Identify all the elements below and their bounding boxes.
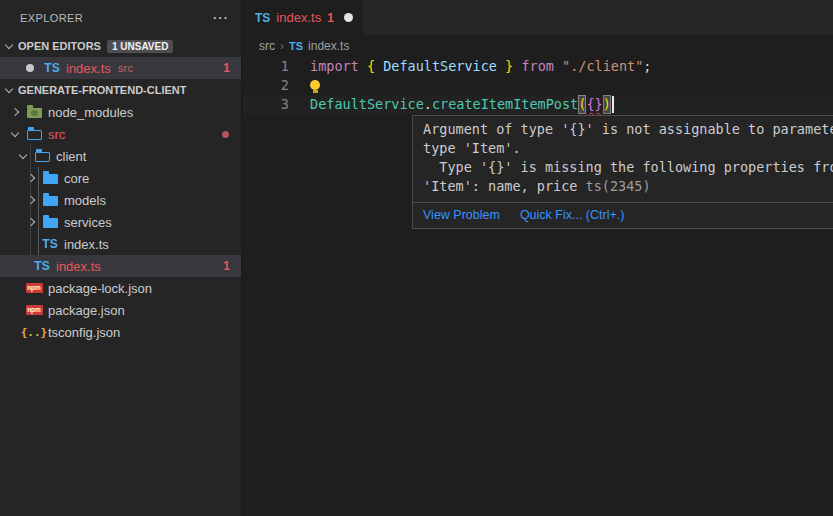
code-token: DefaultService bbox=[375, 57, 505, 76]
tree-item-label: src bbox=[48, 127, 65, 142]
npm-icon: npm bbox=[25, 305, 43, 315]
line-content: import { DefaultService } from "./client… bbox=[289, 57, 651, 76]
tab-index-ts[interactable]: TS index.ts 1 bbox=[243, 0, 363, 35]
hover-message-line: type 'Item'. bbox=[423, 139, 833, 158]
open-editors-label: OPEN EDITORS bbox=[18, 40, 101, 52]
tree-item-label: client bbox=[56, 149, 86, 164]
code-token bbox=[359, 57, 367, 76]
typescript-icon: TS bbox=[255, 11, 270, 25]
hover-message: Argument of type '{}' is not assignable … bbox=[413, 116, 833, 202]
hover-actions: View Problem Quick Fix... (Ctrl+.) bbox=[413, 202, 833, 228]
code-token: } bbox=[505, 57, 513, 76]
line-number: 1 bbox=[243, 57, 289, 76]
typescript-icon: TS bbox=[33, 259, 51, 273]
chevron-right-icon bbox=[27, 174, 35, 182]
tree-item-services[interactable]: services bbox=[0, 211, 241, 233]
code-token: createItemItemPost bbox=[432, 95, 578, 114]
explorer-sidebar: EXPLORER ⋯ OPEN EDITORS 1 UNSAVED TS ind… bbox=[0, 0, 242, 516]
tree-item-label: index.ts bbox=[56, 259, 101, 274]
code-token: ( bbox=[578, 95, 586, 114]
tree-item-models[interactable]: models bbox=[0, 189, 241, 211]
code-token: . bbox=[424, 95, 432, 114]
editor-group: TS index.ts 1 src › TS index.ts 1import … bbox=[243, 0, 833, 516]
code-token: { bbox=[367, 57, 375, 76]
breadcrumb-folder[interactable]: src bbox=[259, 39, 275, 53]
code-token: "./client" bbox=[562, 57, 643, 76]
hover-message-line: 'Item': name, price ts(2345) bbox=[423, 177, 833, 196]
open-editors-header[interactable]: OPEN EDITORS 1 UNSAVED bbox=[0, 35, 241, 57]
view-problem-link[interactable]: View Problem bbox=[423, 208, 500, 222]
folder-open-icon bbox=[25, 128, 43, 140]
tree-item-label: index.ts bbox=[64, 237, 109, 252]
code-token: ) bbox=[603, 95, 611, 114]
code-token: from bbox=[521, 57, 554, 76]
json-braces-icon: {..} bbox=[25, 326, 43, 339]
line-number: 3 bbox=[243, 95, 289, 114]
chevron-right-icon bbox=[27, 218, 35, 226]
tree-item-index-ts[interactable]: TSindex.ts bbox=[0, 233, 241, 255]
breadcrumb-file[interactable]: index.ts bbox=[308, 39, 349, 53]
tree-item-package-json[interactable]: npmpackage.json bbox=[0, 299, 241, 321]
tree-item-label: package.json bbox=[48, 303, 125, 318]
tree-item-tsconfig-json[interactable]: {..}tsconfig.json bbox=[0, 321, 241, 343]
npm-icon: npm bbox=[25, 283, 43, 293]
tree-item-index-ts[interactable]: TSindex.ts1 bbox=[0, 255, 241, 277]
error-squiggle-token: {} bbox=[586, 95, 602, 114]
tab-error-badge: 1 bbox=[327, 11, 334, 25]
chevron-separator-icon: › bbox=[280, 39, 284, 53]
typescript-icon: TS bbox=[41, 237, 59, 251]
problem-dot-icon bbox=[222, 131, 229, 138]
tree-item-label: core bbox=[64, 171, 89, 186]
tree-item-label: tsconfig.json bbox=[48, 325, 120, 340]
tab-bar: TS index.ts 1 bbox=[243, 0, 833, 35]
typescript-icon: TS bbox=[43, 61, 61, 75]
code-token bbox=[554, 57, 562, 76]
tree-item-src[interactable]: src bbox=[0, 123, 241, 145]
code-token: ; bbox=[643, 57, 651, 76]
line-number: 2 bbox=[243, 76, 289, 95]
tree-item-core[interactable]: core bbox=[0, 167, 241, 189]
code-line-3[interactable]: 3DefaultService.createItemItemPost({}) bbox=[243, 95, 833, 114]
dirty-dot-icon[interactable] bbox=[344, 13, 353, 22]
tree-item-label: node_modules bbox=[48, 105, 133, 120]
open-editor-item[interactable]: TS index.ts src 1 bbox=[0, 57, 241, 79]
explorer-title: EXPLORER bbox=[20, 12, 83, 24]
chevron-down-icon bbox=[5, 40, 13, 48]
modified-dot-icon bbox=[26, 64, 34, 72]
lightbulb-icon[interactable] bbox=[310, 80, 320, 90]
vscode-window: { "icons": { "ts": "TS", "npm": "npm", "… bbox=[0, 0, 833, 516]
line-content: DefaultService.createItemItemPost({}) bbox=[289, 95, 614, 114]
code-line-1[interactable]: 1import { DefaultService } from "./clien… bbox=[243, 57, 833, 76]
file-tree: node_modulessrcclientcoremodelsservicesT… bbox=[0, 101, 241, 343]
code-token bbox=[513, 57, 521, 76]
line-content bbox=[289, 76, 320, 95]
folder-icon bbox=[41, 172, 59, 184]
open-editor-file-name: index.ts bbox=[66, 61, 111, 76]
workspace-label: GENERATE-FRONTEND-CLIENT bbox=[18, 84, 186, 96]
more-actions-icon[interactable]: ⋯ bbox=[212, 8, 229, 27]
error-hover-tooltip: Argument of type '{}' is not assignable … bbox=[412, 115, 833, 229]
ts-error-code: ts(2345) bbox=[586, 178, 651, 194]
chevron-right-icon bbox=[27, 196, 35, 204]
text-cursor bbox=[612, 96, 614, 113]
tree-item-label: services bbox=[64, 215, 112, 230]
tree-item-node-modules[interactable]: node_modules bbox=[0, 101, 241, 123]
quick-fix-link[interactable]: Quick Fix... (Ctrl+.) bbox=[520, 208, 625, 222]
tree-item-client[interactable]: client bbox=[0, 145, 241, 167]
typescript-icon: TS bbox=[289, 40, 303, 52]
code-line-2[interactable]: 2 bbox=[243, 76, 833, 95]
code-token: DefaultService bbox=[310, 95, 424, 114]
unsaved-badge: 1 UNSAVED bbox=[107, 40, 174, 53]
hover-message-line: Type '{}' is missing the following prope… bbox=[423, 158, 833, 177]
error-count-badge: 1 bbox=[223, 61, 230, 75]
workspace-header[interactable]: GENERATE-FRONTEND-CLIENT bbox=[0, 79, 241, 101]
tab-label: index.ts bbox=[276, 10, 321, 25]
chevron-down-icon bbox=[5, 84, 13, 92]
tree-item-package-lock-json[interactable]: npmpackage-lock.json bbox=[0, 277, 241, 299]
chevron-down-icon bbox=[19, 150, 27, 158]
open-editor-file-description: src bbox=[118, 62, 133, 74]
hover-message-line: Argument of type '{}' is not assignable … bbox=[423, 120, 833, 139]
folder-icon bbox=[41, 216, 59, 228]
code-editor[interactable]: 1import { DefaultService } from "./clien… bbox=[243, 57, 833, 114]
chevron-right-icon bbox=[11, 108, 19, 116]
